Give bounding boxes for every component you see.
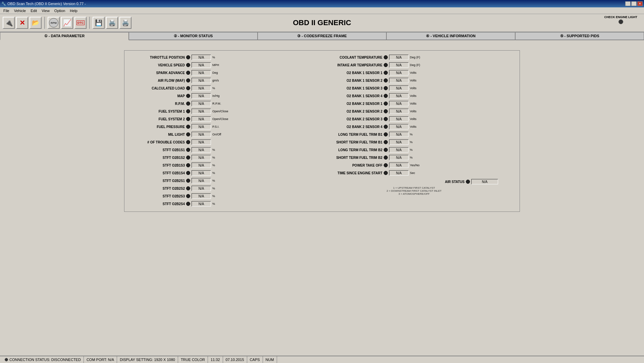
menu-option[interactable]: Option [52,8,67,13]
right-indicator-1 [384,63,388,67]
open-button[interactable]: 📂 [30,17,42,29]
left-label-5: MAP [131,94,185,98]
air-status-section: AIR STATUS N/A 1 = UPSTREAM FIRST CATALY… [329,178,513,195]
left-value-12: N/A [192,147,211,153]
left-value-16: N/A [192,178,211,183]
left-indicator-0 [186,55,190,59]
status-bar: CONNECTION STATUS: DISCONNECTED COM PORT… [0,356,644,363]
right-label-10: LONG TERM FUEL TRIM B1 [329,133,382,136]
left-label-2: SPARK ADVANCE [131,71,185,75]
print2-button[interactable]: 🖨️ [119,17,131,29]
left-unit-0: % [212,56,226,59]
right-value-11: N/A [389,139,409,145]
open-icon: 📂 [32,19,39,26]
left-indicator-6 [186,102,190,106]
chart-icon: 📈 [63,19,71,27]
save-button[interactable]: 💾 [93,17,105,29]
disconnect-icon: ✕ [19,19,25,27]
left-unit-15: % [212,171,226,175]
right-value-15: N/A [389,170,409,176]
dtc-icon: DTC [76,20,85,25]
right-indicator-4 [384,86,388,90]
tab-data-parameter[interactable]: ① - DATA PARAMETER [0,32,129,40]
right-indicator-14 [384,163,388,167]
right-label-7: O2 BANK 2 SENSOR 2 [329,110,382,113]
left-label-1: VEHICLE SPEED [131,63,185,67]
left-indicator-3 [186,78,190,82]
data-panel: THROTTLE POSITION N/A % VEHICLE SPEED N/… [124,50,520,212]
dtc-button[interactable]: DTC [74,17,87,29]
left-label-0: THROTTLE POSITION [131,56,185,59]
left-indicator-17 [186,186,190,190]
right-label-15: TIME SINCE ENGINE START [329,171,382,175]
menu-edit[interactable]: Edit [29,8,39,13]
tab-monitor-status[interactable]: ② - MONITOR STATUS [129,32,258,40]
check-engine-area: CHECK ENGINE LIGHT [604,15,637,24]
connection-dot [5,358,8,361]
left-row-18: STFT O2B2S3 N/A % [131,193,315,199]
right-label-14: POWER TAKE OFF [329,164,382,167]
left-label-11: # OF TROUBLE CODES [131,140,185,144]
menu-view[interactable]: View [40,8,52,13]
maximize-button[interactable]: □ [631,1,637,6]
rpm-button[interactable]: RPM [48,17,60,29]
left-unit-1: MPH [212,63,226,67]
right-indicator-2 [384,71,388,75]
right-indicator-9 [384,125,388,129]
left-value-14: N/A [192,163,211,168]
left-value-5: N/A [192,93,211,99]
right-label-2: O2 BANK 1 SENSOR 1 [329,71,382,75]
left-indicator-14 [186,163,190,167]
right-row-4: O2 BANK 1 SENSOR 3 N/A Volts [329,85,513,92]
save-icon: 💾 [95,19,102,26]
right-unit-11: % [410,140,423,144]
print2-icon: 🖨️ [122,19,129,26]
right-row-13: SHORT TERM FUEL TRIM B2 N/A % [329,154,513,161]
tab-codes-freeze[interactable]: ③ - CODES/FREEZE FRAME [258,32,386,40]
left-unit-6: R.P.M. [212,102,226,105]
tab-vehicle-info[interactable]: ④ - VEHICLE INFORMATION [386,32,515,40]
disconnect-button[interactable]: ✕ [16,17,28,29]
left-value-6: N/A [192,101,211,106]
minimize-button[interactable]: _ [625,1,631,6]
close-button[interactable]: ✕ [637,1,643,6]
right-label-13: SHORT TERM FUEL TRIM B2 [329,156,382,160]
chart-button[interactable]: 📈 [61,17,73,29]
left-indicator-19 [186,202,190,206]
left-indicator-18 [186,194,190,198]
right-indicator-15 [384,171,388,175]
right-indicator-13 [384,156,388,160]
right-label-5: O2 BANK 1 SENSOR 4 [329,94,382,98]
right-label-4: O2 BANK 1 SENSOR 3 [329,86,382,90]
menu-vehicle[interactable]: Vehicle [12,8,28,13]
num-status: NUM [263,356,277,363]
left-row-16: STFT O2B2S1 N/A % [131,177,315,184]
right-label-0: COOLANT TEMPERATURE [329,56,382,59]
left-label-4: CALCULATED LOAD [131,86,185,90]
right-row-6: O2 BANK 2 SENSOR 1 N/A Volts [329,100,513,107]
left-unit-8: Open/Close [212,117,228,121]
left-unit-17: % [212,187,226,190]
left-unit-16: % [212,179,226,182]
left-indicator-12 [186,148,190,152]
left-row-17: STFT O2B2S2 N/A % [131,185,315,192]
left-value-9: N/A [192,124,211,129]
print1-button[interactable]: 🖨️ [106,17,118,29]
connect-button[interactable]: 🔌 [3,17,15,29]
menu-help[interactable]: Help [68,8,79,13]
right-value-6: N/A [389,101,409,106]
right-unit-8: Volts [410,117,423,121]
left-value-18: N/A [192,193,211,199]
left-row-15: STFT O2B1S4 N/A % [131,170,315,176]
left-indicator-10 [186,132,190,136]
left-value-17: N/A [192,186,211,191]
right-indicator-5 [384,94,388,98]
tab-supported-pids[interactable]: ⑤ - SUPPORTED PIDS [515,32,644,40]
air-status-row: AIR STATUS N/A [329,178,498,185]
right-unit-4: Volts [410,86,423,90]
com-port-status: COM PORT: N/A [84,356,117,363]
right-unit-1: Deg (F) [410,63,423,67]
left-value-8: N/A [192,116,211,122]
menu-file[interactable]: File [1,8,11,13]
right-row-0: COOLANT TEMPERATURE N/A Deg (F) [329,54,513,61]
